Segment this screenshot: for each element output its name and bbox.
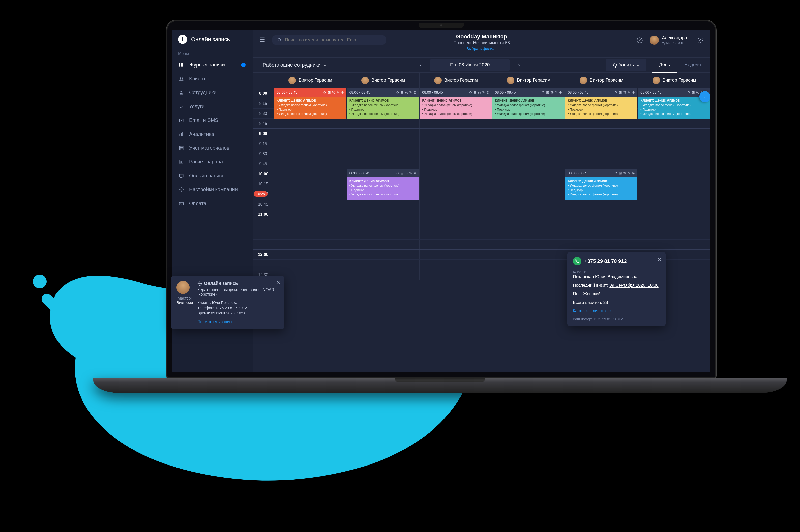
sidebar-item-0[interactable]: Журнал записи [172, 58, 253, 72]
staff-column-header[interactable]: Виктор Герасим [492, 73, 565, 88]
calendar-slot[interactable] [492, 229, 565, 239]
staff-column-header[interactable]: Виктор Герасим [638, 73, 710, 88]
calendar-slot[interactable] [638, 209, 710, 219]
branch-selector[interactable]: Выбрать филиал [453, 46, 510, 51]
calendar-slot[interactable] [492, 199, 565, 209]
calendar-slot[interactable] [638, 240, 710, 249]
staff-filter[interactable]: Работающие сотрудники⌄ [255, 62, 334, 68]
calendar-slot[interactable] [419, 240, 492, 249]
calendar-slot[interactable] [638, 129, 710, 138]
calendar-slot[interactable] [419, 119, 492, 129]
user-menu[interactable]: Александра ⌄ Администратор [650, 35, 691, 44]
calendar-slot[interactable] [565, 149, 638, 159]
date-picker[interactable]: Пн, 08 Июня 2020 [430, 59, 510, 71]
staff-column-header[interactable]: Виктор Герасим [274, 73, 347, 88]
calendar-slot[interactable] [274, 199, 347, 209]
sidebar-item-8[interactable]: Онлайн запись [172, 169, 253, 183]
calendar-slot[interactable] [638, 229, 710, 239]
calendar-slot[interactable] [565, 240, 638, 249]
view-tab-day[interactable]: День [652, 57, 677, 73]
appointment[interactable]: 08:00 - 08:45⟳⊞%✎⊗Клиент: Денис АгимовУк… [638, 88, 710, 119]
client-card-link[interactable]: Карточка клиента → [573, 308, 612, 313]
calendar-slot[interactable] [492, 119, 565, 129]
calendar-slot[interactable] [274, 139, 347, 149]
calendar-slot[interactable] [492, 270, 565, 280]
calendar-slot[interactable] [419, 260, 492, 269]
appointment-body[interactable]: Клиент: Денис АгимовУкладка волос феном … [347, 177, 419, 200]
calendar-slot[interactable] [419, 139, 492, 149]
appointment[interactable]: 08:00 - 08:45⟳⊞%✎⊗Клиент: Денис АгимовУк… [565, 88, 638, 119]
appointment-header[interactable]: 08:00 - 08:45⟳⊞%✎⊗ [274, 88, 346, 97]
sidebar-item-7[interactable]: Расчет зарплат [172, 155, 253, 169]
calendar-slot[interactable] [347, 139, 420, 149]
calendar-slot[interactable] [419, 149, 492, 159]
calendar-slot[interactable] [638, 199, 710, 209]
sidebar-item-4[interactable]: Email и SMS [172, 113, 253, 127]
calendar-slot[interactable] [638, 159, 710, 169]
appointment[interactable]: 08:00 - 08:45⟳⊞%✎⊗Клиент: Денис АгимовУк… [347, 88, 420, 119]
appointment-header[interactable]: 08:00 - 08:45⟳⊞%✎⊗ [492, 88, 565, 97]
calendar-slot[interactable] [492, 250, 565, 260]
calendar-slot[interactable] [492, 149, 565, 159]
sidebar-item-3[interactable]: Услуги [172, 99, 253, 113]
appointment[interactable]: 08:00 - 08:45⟳⊞%✎⊗Клиент: Денис АгимовУк… [419, 88, 492, 119]
calendar-slot[interactable] [565, 129, 638, 138]
calendar-slot[interactable] [419, 129, 492, 138]
sidebar-item-9[interactable]: Настройки компании [172, 183, 253, 196]
calendar-slot[interactable] [638, 149, 710, 159]
hamburger-icon[interactable]: ☰ [260, 36, 265, 43]
calendar-slot[interactable] [565, 229, 638, 239]
calendar-slot[interactable] [347, 260, 420, 269]
calendar-slot[interactable] [492, 260, 565, 269]
appointment[interactable]: 08:00 - 08:45⟳⊞%✎⊗Клиент: Денис АгимовУк… [274, 88, 347, 119]
calendar-slot[interactable] [274, 260, 347, 269]
appointment[interactable]: 08:00 - 08:45⟳⊞%✎⊗Клиент: Денис АгимовУк… [565, 169, 638, 200]
staff-column-header[interactable]: Виктор Герасим [347, 73, 420, 88]
calendar-slot[interactable] [274, 159, 347, 169]
calendar-slot[interactable] [347, 199, 420, 209]
appointment-body[interactable]: Клиент: Денис АгимовУкладка волос феном … [347, 97, 419, 119]
calendar-slot[interactable] [419, 220, 492, 229]
sidebar-item-6[interactable]: Учет материалов [172, 141, 253, 155]
calendar-slot[interactable] [274, 270, 347, 280]
calendar-slot[interactable] [274, 149, 347, 159]
calendar-slot[interactable] [492, 159, 565, 169]
sidebar-item-1[interactable]: Клиенты [172, 72, 253, 86]
brand[interactable]: I Онлайн запись [172, 30, 253, 49]
appointment-body[interactable]: Клиент: Денис АгимовУкладка волос феном … [420, 97, 492, 119]
calendar-slot[interactable] [347, 129, 420, 138]
scroll-right-button[interactable]: › [699, 91, 710, 102]
calendar-slot[interactable] [492, 129, 565, 138]
notification-icon[interactable] [636, 36, 643, 44]
calendar-slot[interactable] [419, 159, 492, 169]
calendar-slot[interactable] [492, 240, 565, 249]
calendar-slot[interactable] [274, 250, 347, 260]
appointment-header[interactable]: 08:00 - 08:45⟳⊞%✎⊗ [347, 169, 419, 177]
calendar-slot[interactable] [274, 240, 347, 249]
calendar-slot[interactable] [274, 129, 347, 138]
staff-column-header[interactable]: Виктор Герасим [565, 73, 638, 88]
appointment-header[interactable]: 08:00 - 08:45⟳⊞%✎⊗ [420, 88, 492, 97]
calendar-slot[interactable] [274, 119, 347, 129]
calendar-slot[interactable] [492, 220, 565, 229]
calendar-slot[interactable] [274, 229, 347, 239]
calendar-slot[interactable] [638, 220, 710, 229]
calendar-slot[interactable] [565, 209, 638, 219]
appointment[interactable]: 08:00 - 08:45⟳⊞%✎⊗Клиент: Денис АгимовУк… [492, 88, 565, 119]
appointment-body[interactable]: Клиент: Денис АгимовУкладка волос феном … [638, 97, 710, 119]
calendar-slot[interactable] [347, 209, 420, 219]
close-icon[interactable]: ✕ [276, 279, 280, 286]
calendar-slot[interactable] [419, 209, 492, 219]
appointment-body[interactable]: Клиент: Денис АгимовУкладка волос феном … [565, 177, 638, 200]
calendar-slot[interactable] [347, 149, 420, 159]
calendar-slot[interactable] [347, 270, 420, 280]
appointment-body[interactable]: Клиент: Денис АгимовУкладка волос феном … [565, 97, 638, 119]
calendar-slot[interactable] [638, 119, 710, 129]
calendar-slot[interactable] [347, 119, 420, 129]
appointment-header[interactable]: 08:00 - 08:45⟳⊞%✎⊗ [565, 88, 638, 97]
appointment[interactable]: 08:00 - 08:45⟳⊞%✎⊗Клиент: Денис АгимовУк… [347, 169, 420, 200]
calendar-slot[interactable] [565, 159, 638, 169]
search-box[interactable] [272, 35, 386, 45]
calendar-slot[interactable] [419, 199, 492, 209]
calendar-slot[interactable] [565, 199, 638, 209]
